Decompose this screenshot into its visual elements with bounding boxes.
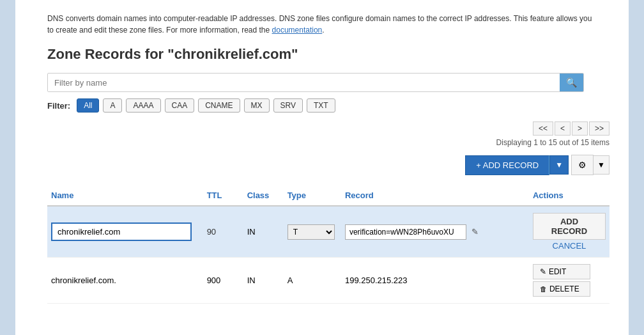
row-record: 199.250.215.223 (341, 258, 529, 304)
gear-dropdown-button[interactable]: ▼ (594, 155, 610, 175)
pagination-row: << < > >> (47, 121, 610, 136)
filter-label: Filter: (47, 101, 70, 111)
filter-aaaa[interactable]: AAAA (126, 98, 160, 113)
add-record-button[interactable]: + ADD RECORD (465, 155, 549, 175)
display-info: Displaying 1 to 15 out of 15 items (47, 138, 610, 147)
col-header-type: Type (284, 185, 341, 206)
edit-add-record-button[interactable]: ADD RECORD (533, 213, 606, 240)
edit-record-input[interactable] (345, 224, 466, 240)
edit-name-input[interactable] (51, 222, 192, 241)
documentation-link[interactable]: documentation (272, 26, 323, 35)
row-actions: ✎ EDIT 🗑 DELETE (529, 258, 610, 304)
action-row: + ADD RECORD ▼ ⚙ ▼ (47, 155, 610, 175)
edit-cancel-link[interactable]: CANCEL (533, 241, 606, 251)
page-title: Zone Records for "chronikrelief.com" (47, 46, 610, 63)
pagination-next[interactable]: > (572, 121, 588, 136)
delete-label: DELETE (549, 284, 579, 293)
filter-row: Filter: All A AAAA CAA CNAME MX SRV TXT (47, 98, 610, 113)
records-table: Name TTL Class Type Record Actions 90 IN… (47, 185, 610, 304)
pagination-prev[interactable]: < (555, 121, 571, 136)
col-header-ttl: TTL (203, 185, 243, 206)
row-class: IN (243, 258, 284, 304)
search-button[interactable]: 🔍 (560, 74, 583, 91)
filter-cname[interactable]: CNAME (198, 98, 240, 113)
filter-caa[interactable]: CAA (165, 98, 195, 113)
table-header-row: Name TTL Class Type Record Actions (47, 185, 610, 206)
pagination-last[interactable]: >> (589, 121, 610, 136)
edit-actions-cell: ADD RECORD CANCEL (529, 206, 610, 258)
edit-name-cell (47, 206, 203, 258)
filter-a[interactable]: A (103, 98, 122, 113)
edit-type-cell: T A AAAA CNAME MX TXT (284, 206, 341, 258)
row-type: A (284, 258, 341, 304)
search-input[interactable] (48, 74, 560, 91)
edit-record-cell: ✎ (341, 206, 529, 258)
description-text: DNS converts domain names into computer-… (47, 13, 597, 36)
edit-ttl-cell: 90 (203, 206, 243, 258)
edit-label: EDIT (549, 267, 566, 276)
col-header-actions: Actions (529, 185, 610, 206)
filter-srv[interactable]: SRV (273, 98, 303, 113)
edit-table-row: 90 IN T A AAAA CNAME MX TXT ✎ (47, 206, 610, 258)
row-edit-button[interactable]: ✎ EDIT (533, 264, 590, 279)
filter-mx[interactable]: MX (244, 98, 270, 113)
filter-txt[interactable]: TXT (307, 98, 335, 113)
search-bar: 🔍 (47, 73, 610, 92)
pagination-first[interactable]: << (533, 121, 553, 136)
pencil-icon: ✎ (540, 267, 546, 276)
table-row: chronikrelief.com. 900 IN A 199.250.215.… (47, 258, 610, 304)
edit-pencil-icon: ✎ (471, 227, 479, 237)
search-wrapper: 🔍 (47, 73, 584, 92)
add-record-dropdown-button[interactable]: ▼ (549, 155, 569, 175)
trash-icon: 🗑 (540, 285, 547, 293)
edit-class-cell: IN (243, 206, 284, 258)
col-header-record: Record (341, 185, 529, 206)
col-header-class: Class (243, 185, 284, 206)
filter-all[interactable]: All (77, 98, 99, 113)
row-ttl: 900 (203, 258, 243, 304)
edit-type-select[interactable]: T A AAAA CNAME MX TXT (288, 224, 335, 240)
gear-button[interactable]: ⚙ (571, 155, 594, 175)
row-name: chronikrelief.com. (47, 258, 203, 304)
row-delete-button[interactable]: 🗑 DELETE (533, 281, 590, 297)
col-header-name: Name (47, 185, 203, 206)
